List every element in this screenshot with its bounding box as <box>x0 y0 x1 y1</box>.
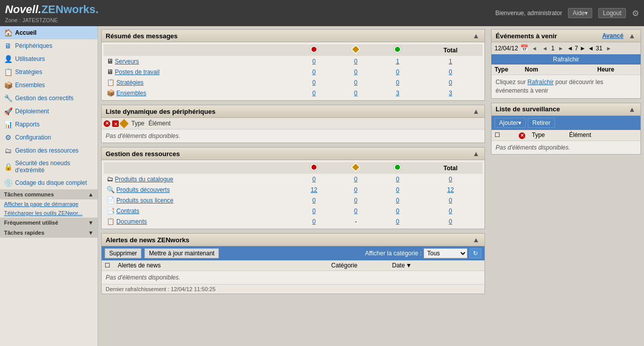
link-ensembles[interactable]: Ensembles <box>116 90 146 97</box>
logo-zenworks: ZENworks. <box>41 3 99 16</box>
link-contrats[interactable]: Contrats <box>116 207 139 215</box>
documents-total[interactable]: 0 <box>449 218 452 225</box>
evenements-refresh-button[interactable]: Rafraîchir <box>492 54 640 64</box>
licence-c2[interactable]: 0 <box>354 197 358 204</box>
row-icon-decouverts: 🔍 <box>107 186 115 193</box>
serveurs-c2[interactable]: 0 <box>354 58 358 65</box>
calendar-icon[interactable]: 📅 <box>520 44 528 52</box>
licence-c1[interactable]: 0 <box>312 197 316 204</box>
nav-ensembles[interactable]: 📦 Ensembles <box>0 79 98 92</box>
serveurs-c1[interactable]: 0 <box>312 58 316 65</box>
evenements-rafraichir-link[interactable]: Rafraîchir <box>527 79 553 86</box>
documents-c1[interactable]: 0 <box>312 218 316 225</box>
gestion-ressources-col-headers: Total <box>104 162 482 174</box>
contrats-c1[interactable]: 0 <box>312 207 316 215</box>
contrats-total[interactable]: 0 <box>449 207 452 215</box>
taches-communes-section[interactable]: Tâches communes ▲ <box>0 189 98 199</box>
strategies-icon: 📋 <box>4 68 12 76</box>
logo: Novell. ZENworks. <box>5 3 99 16</box>
alertes-refresh-button[interactable]: ↻ <box>469 248 481 258</box>
catalogue-c1[interactable]: 0 <box>312 176 316 183</box>
documents-c3[interactable]: 0 <box>396 218 399 225</box>
nav-peripheriques[interactable]: 🖥 Périphériques <box>0 39 98 52</box>
nav-configuration[interactable]: ⚙ Configuration <box>0 131 98 144</box>
nav-next[interactable]: ► <box>556 45 565 52</box>
nav-ressources[interactable]: 🗂 Gestion des ressources <box>0 144 98 157</box>
link-documents[interactable]: Documents <box>116 218 147 225</box>
ensembles-c1[interactable]: 0 <box>312 90 316 97</box>
ensembles-c3[interactable]: 3 <box>396 90 399 97</box>
nav-accueil[interactable]: 🏠 Accueil <box>0 26 98 39</box>
settings-icon[interactable]: ⚙ <box>632 9 639 18</box>
col-icon-orange <box>351 44 361 54</box>
nav-prev-month[interactable]: ◄ <box>530 45 539 52</box>
link-postes[interactable]: Postes de travail <box>115 68 159 76</box>
evenements-collapse[interactable]: ▲ <box>627 32 636 40</box>
decouverts-c1[interactable]: 12 <box>310 186 317 193</box>
alertes-maj-button[interactable]: Mettre à jour maintenant <box>144 248 219 258</box>
nav-rapports[interactable]: 📊 Rapports <box>0 118 98 131</box>
toolbar-x-icon[interactable]: ✕ <box>104 120 110 127</box>
nav-prev[interactable]: ◄ <box>541 45 549 52</box>
strategies-c3[interactable]: 0 <box>396 79 399 86</box>
nav-codage[interactable]: 💿 Codage du disque complet <box>0 176 98 189</box>
licence-total[interactable]: 0 <box>449 197 452 204</box>
licence-c3[interactable]: 0 <box>396 197 399 204</box>
evenements-avance-link[interactable]: Avancé <box>602 32 623 39</box>
link-page-demarrage[interactable]: Afficher la page de démarrage <box>0 199 98 209</box>
ensembles-total[interactable]: 3 <box>449 90 452 97</box>
surveillance-header: Liste de surveillance ▲ <box>492 103 640 116</box>
nav-securite[interactable]: 🔒 Sécurité des noeuds d'extrémité <box>0 157 98 176</box>
strategies-c2[interactable]: 0 <box>354 79 358 86</box>
sort-icon[interactable]: ▼ <box>406 262 412 269</box>
catalogue-c2[interactable]: 0 <box>354 176 358 183</box>
alertes-supprimer-button[interactable]: Supprimer <box>105 248 141 258</box>
nav-strategies[interactable]: 📋 Stratégies <box>0 65 98 79</box>
catalogue-c3[interactable]: 0 <box>396 176 399 183</box>
serveurs-c3[interactable]: 1 <box>396 58 399 65</box>
postes-total[interactable]: 0 <box>449 68 452 76</box>
aide-button[interactable]: Aide▾ <box>568 8 592 18</box>
nav-deploiement[interactable]: 🚀 Déploiement <box>0 105 98 118</box>
categorie-select[interactable]: Tous Critique Important Information <box>424 248 467 258</box>
surv-check-all[interactable]: ☐ <box>495 131 503 139</box>
decouverts-c2[interactable]: 0 <box>354 186 358 193</box>
contrats-c3[interactable]: 0 <box>396 207 399 215</box>
frequemment-section[interactable]: Fréquemment utilisé ▼ <box>0 218 98 228</box>
postes-c3[interactable]: 0 <box>396 68 399 76</box>
surveillance-ajouter-button[interactable]: Ajouter▾ <box>495 118 526 128</box>
gestion-ressources-collapse[interactable]: ▲ <box>471 150 480 158</box>
contrats-c2[interactable]: 0 <box>354 207 358 215</box>
toolbar-delete-icon[interactable]: ✕ <box>112 120 119 127</box>
link-strategies[interactable]: Stratégies <box>116 79 143 86</box>
table-row: 📋 Stratégies 0 0 0 0 <box>104 77 482 88</box>
nav-correctifs[interactable]: 🔧 Gestion des correctifs <box>0 92 98 105</box>
link-licence[interactable]: Produits sous licence <box>116 197 173 204</box>
taches-rapides-section[interactable]: Tâches rapides ▼ <box>0 228 98 238</box>
postes-c2[interactable]: 0 <box>354 68 358 76</box>
resume-messages-collapse[interactable]: ▲ <box>471 32 480 40</box>
logout-button[interactable]: Logout <box>598 8 626 18</box>
surveillance-collapse[interactable]: ▲ <box>627 105 636 113</box>
link-catalogue[interactable]: Produits du catalogue <box>115 176 173 183</box>
decouverts-total[interactable]: 12 <box>447 186 454 193</box>
strategies-c1[interactable]: 0 <box>312 79 316 86</box>
ensembles-c2[interactable]: 0 <box>354 90 358 97</box>
surveillance-retirer-button[interactable]: Retirer <box>528 118 555 128</box>
liste-dynamique-collapse[interactable]: ▲ <box>471 107 480 115</box>
alertes-check-all[interactable]: ☐ <box>105 262 115 269</box>
nav-utilisateurs[interactable]: 👤 Utilisateurs <box>0 52 98 65</box>
link-decouverts[interactable]: Produits découverts <box>116 186 170 193</box>
strategies-total[interactable]: 0 <box>449 79 452 86</box>
resume-messages-table: Total 🖥 Serveurs 0 0 1 1 <box>104 44 482 98</box>
postes-c1[interactable]: 0 <box>312 68 316 76</box>
decouverts-c3[interactable]: 0 <box>396 186 399 193</box>
link-serveurs[interactable]: Serveurs <box>115 58 139 65</box>
serveurs-total[interactable]: 1 <box>449 58 452 65</box>
nav-next2[interactable]: ► <box>604 45 613 52</box>
click-msg-prefix: Cliquez sur <box>496 79 527 86</box>
catalogue-total[interactable]: 0 <box>449 176 452 183</box>
toolbar-warning-icon[interactable] <box>119 119 128 128</box>
link-outils-zenworks[interactable]: Télécharger les outils ZENwor... <box>0 209 98 218</box>
alertes-news-collapse[interactable]: ▲ <box>471 236 480 244</box>
